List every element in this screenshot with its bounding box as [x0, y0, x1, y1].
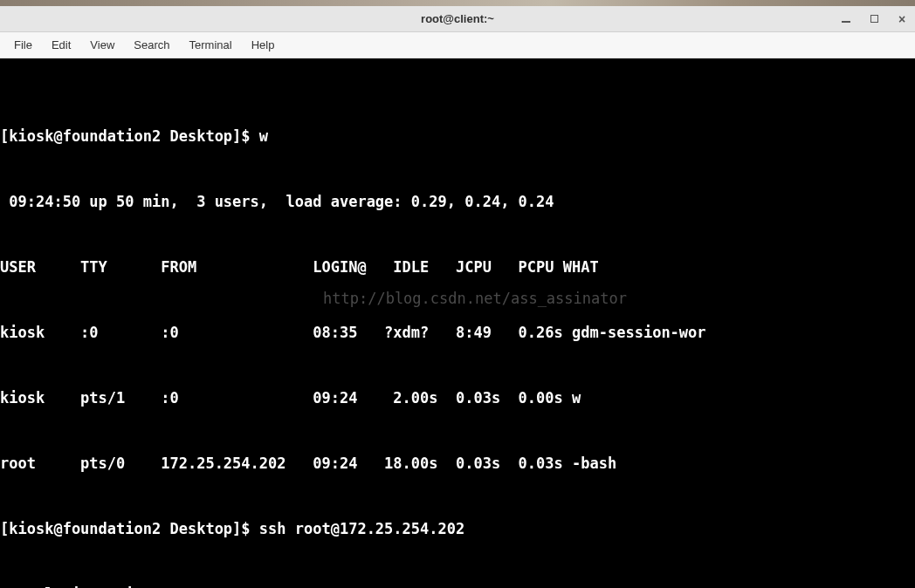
decorative-top-strip	[0, 0, 915, 6]
terminal-line: root pts/0 172.25.254.202 09:24 18.00s 0…	[0, 453, 915, 475]
menu-view[interactable]: View	[81, 35, 123, 55]
watermark-text: http://blog.csdn.net/ass_assinator	[323, 288, 627, 310]
menu-file[interactable]: File	[5, 35, 41, 55]
window-title: root@client:~	[421, 12, 494, 25]
menu-edit[interactable]: Edit	[43, 35, 79, 55]
menubar: File Edit View Search Terminal Help	[0, 32, 915, 58]
menu-help[interactable]: Help	[243, 35, 284, 55]
terminal-line: Last login: Fri Aug 18 20:59:51 2017	[0, 584, 915, 588]
terminal-line: [kiosk@foundation2 Desktop]$ ssh root@17…	[0, 518, 915, 540]
menu-terminal[interactable]: Terminal	[181, 35, 241, 55]
window-controls: ×	[840, 6, 908, 31]
minimize-button[interactable]	[840, 13, 852, 25]
terminal-output[interactable]: http://blog.csdn.net/ass_assinator [kios…	[0, 58, 915, 588]
terminal-line: kiosk :0 :0 08:35 ?xdm? 8:49 0.26s gdm-s…	[0, 322, 915, 344]
terminal-line: [kiosk@foundation2 Desktop]$ w	[0, 126, 915, 147]
close-button[interactable]: ×	[896, 13, 908, 25]
menu-search[interactable]: Search	[125, 35, 178, 55]
terminal-line: USER TTY FROM LOGIN@ IDLE JCPU PCPU WHAT	[0, 256, 915, 278]
maximize-button[interactable]	[868, 13, 880, 25]
terminal-line: kiosk pts/1 :0 09:24 2.00s 0.03s 0.00s w	[0, 387, 915, 409]
terminal-line: 09:24:50 up 50 min, 3 users, load averag…	[0, 191, 915, 213]
window-titlebar: root@client:~ ×	[0, 6, 915, 32]
